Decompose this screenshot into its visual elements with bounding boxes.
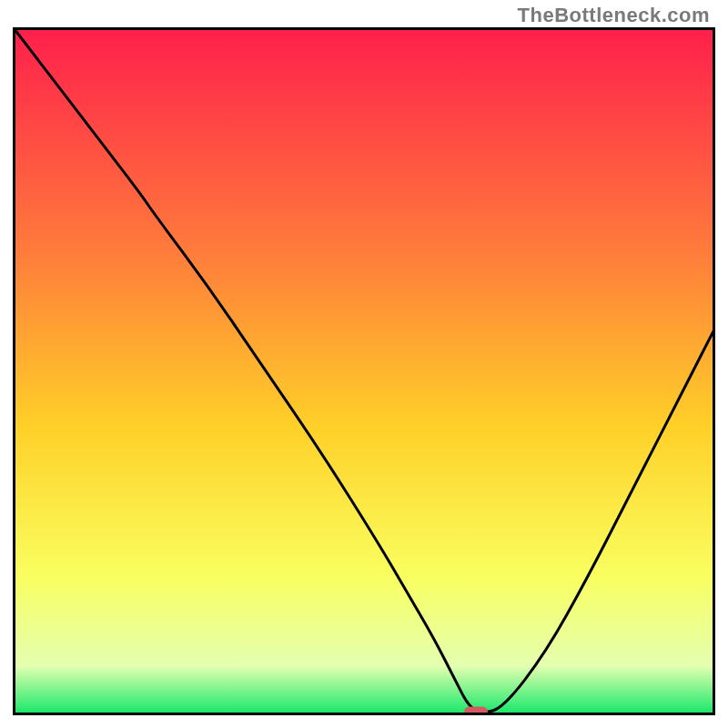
watermark-text: TheBottleneck.com xyxy=(518,4,710,27)
gradient-background xyxy=(15,29,714,714)
chart-svg xyxy=(13,27,715,715)
chart-canvas: TheBottleneck.com xyxy=(0,0,728,728)
plot-area xyxy=(13,27,715,715)
